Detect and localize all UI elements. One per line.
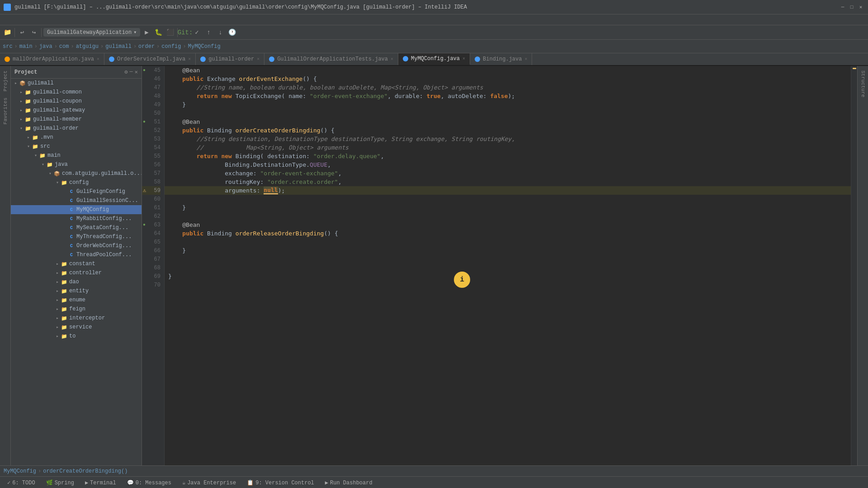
info-tooltip: i [454,272,470,288]
minimize-button[interactable]: ─ [839,4,846,11]
redo-btn[interactable]: ↪ [28,27,39,38]
debug-button[interactable]: 🐛 [153,27,164,38]
tree-item-orderwebconfig[interactable]: ▸ C OrderWebConfig... [11,241,142,250]
tree-item-config[interactable]: ▾ 📁 config [11,178,142,187]
bottom-tab-terminal[interactable]: ▶ Terminal [81,479,120,487]
left-tab-favorites[interactable]: Favorites [1,95,9,127]
undo-btn[interactable]: ↩ [17,27,28,38]
tree-item-service[interactable]: ▸ 📁 service [11,323,142,332]
bottom-tab-version-control[interactable]: 📋 9: Version Control [243,479,318,487]
tree-item-pkg[interactable]: ▾ 📦 com.atguigu.gulimall.o... [11,169,142,178]
bottom-tab-spring[interactable]: 🌿 Spring [42,479,78,487]
code-line-57: exchange: "order-event-exchange" , [165,169,851,178]
nav-gulimall[interactable]: gulimall [105,43,132,50]
tree-item-src[interactable]: ▾ 📁 src [11,142,142,151]
sidebar-collapse-icon[interactable]: — [130,69,133,75]
tree-item-controller[interactable]: ▸ 📁 controller [11,268,142,277]
git-push[interactable]: ↑ [203,27,214,38]
close-button[interactable]: ✕ [857,4,864,11]
folder-icon-constant: 📁 [61,260,68,267]
token-46-4: () { [302,75,316,82]
tree-item-coupon[interactable]: ▸ 📁 gulimall-coupon [11,97,142,106]
tab-icon-4 [269,56,274,62]
nav-atguigu[interactable]: atguigu [76,43,99,50]
tree-item-order[interactable]: ▾ 📁 gulimall-order [11,124,142,133]
tab-close-2[interactable]: × [188,57,191,62]
tab-close-3[interactable]: × [257,57,259,62]
editor-content[interactable]: @Bean public Exchange orderEventExchange… [165,66,851,465]
tree-item-mvn[interactable]: ▸ 📁 .mvn [11,133,142,142]
tree-item-myseataconfig[interactable]: ▸ C MySeataConfig... [11,223,142,232]
tree-item-gulimall-order-root[interactable]: ▸ 📦 gulimall [11,79,142,88]
run-button[interactable]: ▶ [141,27,152,38]
git-history[interactable]: 🕐 [226,27,237,38]
tree-arrow-coupon: ▸ [18,99,24,104]
breadcrumb-mymqconfig[interactable]: MyMQConfig [4,468,36,474]
stop-button[interactable]: ⬛ [165,27,175,38]
tree-item-to[interactable]: ▸ 📁 to [11,332,142,341]
tab-orderservice[interactable]: OrderServiceImpl.java × [104,53,196,65]
tree-item-threadpoolconf[interactable]: ▸ C ThreadPoolConf... [11,250,142,259]
bottom-tab-java-enterprise[interactable]: ☕ Java Enterprise [179,479,240,487]
tree-item-gulimallsession[interactable]: ▸ C GulimallSessionC... [11,196,142,205]
bottom-tab-todo[interactable]: ✓ 6: TODO [4,479,39,487]
tree-item-member[interactable]: ▸ 📁 gulimall-member [11,115,142,124]
right-panel-structure[interactable]: Structure [859,68,867,100]
tab-gulimall-tests[interactable]: GulimallOrderApplicationTests.java × [264,53,398,65]
folder-icon-entity: 📁 [61,287,68,295]
project-icon[interactable]: 📁 [2,27,13,38]
maximize-button[interactable]: □ [848,4,855,11]
line-50: 50 [142,109,160,117]
code-line-45: @Bean [165,66,851,75]
tree-item-constant[interactable]: ▸ 📁 constant [11,259,142,268]
nav-config[interactable]: config [161,43,181,50]
tab-close-6[interactable]: × [524,57,527,62]
bottom-toolbar: ✓ 6: TODO 🌿 Spring ▶ Terminal 💬 0: Messa… [0,476,868,488]
java-enterprise-icon: ☕ [182,479,185,486]
tab-mymqconfig[interactable]: MyMQConfig.java × [398,53,470,65]
tab-close-4[interactable]: × [391,57,393,62]
tree-item-feign[interactable]: ▸ 📁 feign [11,305,142,314]
nav-com[interactable]: com [59,43,69,50]
tree-item-dao[interactable]: ▸ 📁 dao [11,277,142,286]
tree-item-java[interactable]: ▾ 📁 java [11,160,142,169]
tab-close-5[interactable]: × [462,56,465,61]
tree-label-service: service [69,324,92,330]
tree-item-mymqconfig[interactable]: ▸ C MyMQConfig [11,205,142,214]
tab-gulimall-order[interactable]: gulimall-order × [196,53,264,65]
tab-binding[interactable]: Binding.java × [470,53,532,65]
left-tab-project[interactable]: Project [1,68,9,94]
sidebar-gear-icon[interactable]: ✕ [135,69,138,75]
nav-order[interactable]: order [138,43,155,50]
run-config-label: GulimallGatewayApplication [47,29,132,36]
nav-src[interactable]: src [3,43,13,50]
run-dropdown-icon[interactable]: ▾ [133,29,137,36]
breadcrumb-method[interactable]: orderCreateOrderBingding() [43,468,127,474]
tree-item-interceptor[interactable]: ▸ 📁 interceptor [11,314,142,323]
tree-arrow-config: ▾ [54,180,61,185]
sidebar-settings-icon[interactable]: ⚙ [124,69,127,75]
line-58: 58 [142,178,160,186]
tree-item-enume[interactable]: ▸ 📁 enume [11,296,142,305]
bottom-tab-run-dashboard[interactable]: ▶ Run Dashboard [321,479,376,487]
tab-mallorderapp[interactable]: mallOrderApplication.java × [0,53,104,65]
tree-item-common[interactable]: ▸ 📁 gulimall-common [11,88,142,97]
git-checkmark[interactable]: ✓ [191,27,202,38]
tree-item-mythreadconfig[interactable]: ▸ C MyThreadConfig... [11,232,142,241]
nav-mymqconfig[interactable]: MyMQConfig [188,43,221,50]
token-52-1: public [168,127,203,134]
tree-item-main[interactable]: ▾ 📁 main [11,151,142,160]
bottom-tab-messages[interactable]: 💬 0: Messages [123,479,175,487]
run-config[interactable]: GulimallGatewayApplication ▾ [43,28,140,37]
tab-close-1[interactable]: × [97,57,99,62]
folder-icon-controller: 📁 [61,269,68,277]
git-pull[interactable]: ↓ [215,27,226,38]
tree-label-myrabbitconfig: MyRabbitConfig... [76,216,132,222]
tree-item-gulifeignconfig[interactable]: ▸ C GuliFeignConfig [11,187,142,196]
tree-item-gateway[interactable]: ▸ 📁 gulimall-gateway [11,106,142,115]
nav-java[interactable]: java [39,43,52,50]
tree-item-myrabbitconfig[interactable]: ▸ C MyRabbitConfig... [11,214,142,223]
tree-label-config: config [69,179,89,186]
tree-item-entity[interactable]: ▸ 📁 entity [11,286,142,296]
nav-main[interactable]: main [19,43,33,50]
